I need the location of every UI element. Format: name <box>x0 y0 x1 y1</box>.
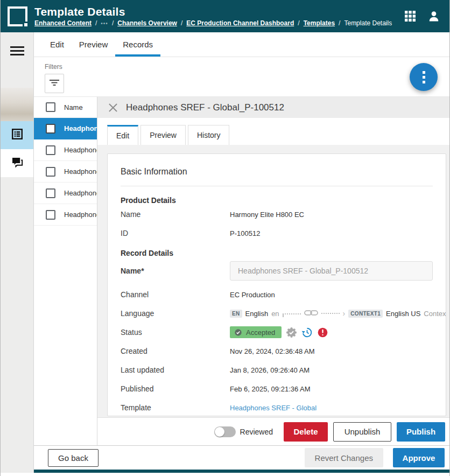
target-context-badge: CONTEXT1 <box>348 310 383 318</box>
record-details-heading: Record Details <box>121 249 433 257</box>
go-back-button[interactable]: Go back <box>48 449 99 467</box>
delete-button[interactable]: Delete <box>284 422 328 442</box>
filter-button[interactable] <box>45 74 64 93</box>
record-name-label: Name* <box>121 267 230 275</box>
breadcrumb-link-templates[interactable]: Templates <box>304 19 335 27</box>
record-name-input[interactable] <box>230 261 433 281</box>
record-tab-history[interactable]: History <box>188 125 230 145</box>
product-id-label: ID <box>121 229 230 237</box>
product-details-heading: Product Details <box>121 196 433 205</box>
filters-row: Filters <box>34 57 449 97</box>
connector-line <box>321 313 340 314</box>
reviewed-toggle[interactable] <box>214 426 236 437</box>
filter-icon <box>48 78 60 89</box>
template-label: Template <box>121 403 230 412</box>
template-tabs: Edit Preview Records <box>34 32 449 57</box>
row-name: Headphones SREF - Global_P-100512 <box>64 124 97 132</box>
record-tab-preview[interactable]: Preview <box>140 125 186 145</box>
template-link[interactable]: Headphones SREF - Global <box>230 404 317 412</box>
rail-item-records[interactable] <box>1 121 33 149</box>
history-icon[interactable] <box>301 327 313 338</box>
product-name-value: Harmony Elite H800 EC <box>230 211 433 219</box>
channel-value: EC Production <box>230 291 433 299</box>
row-name: Headphones SREF - Global_P-100512 <box>64 189 97 197</box>
record-detail-panel: Headphones SREF - Global_P-100512 Edit P… <box>97 97 449 445</box>
certified-seal-icon[interactable] <box>286 327 297 338</box>
revert-changes-button[interactable]: Revert Changes <box>305 448 383 467</box>
page-title: Template Details <box>34 5 397 18</box>
records-list-icon <box>11 128 24 143</box>
hamburger-menu-icon[interactable] <box>10 46 24 58</box>
list-item[interactable]: Headphones SREF - Global_P-100512 <box>34 118 97 139</box>
unpublish-button[interactable]: Unpublish <box>333 422 391 442</box>
close-icon[interactable] <box>108 103 118 113</box>
row-checkbox[interactable] <box>46 167 55 177</box>
row-name: Headphones SREF - Global_P-100512 <box>64 211 97 219</box>
records-list-header: Name <box>34 97 97 118</box>
record-detail-header: Headphones SREF - Global_P-100512 <box>97 97 449 118</box>
publish-button[interactable]: Publish <box>397 422 445 442</box>
status-badge: Accepted <box>230 326 282 338</box>
product-name-label: Name <box>121 210 230 219</box>
filters-label: Filters <box>45 63 62 71</box>
apps-grid-icon[interactable] <box>403 9 417 23</box>
brand-logo-icon <box>8 6 27 26</box>
published-value: Feb 6, 2025, 09:21:36 AM <box>230 385 433 393</box>
breadcrumb-collapsed-ellipsis[interactable]: ••• <box>101 20 108 26</box>
tab-records[interactable]: Records <box>115 32 160 57</box>
more-actions-fab[interactable] <box>410 63 438 91</box>
basic-information-card: Basic Information Product Details Name H… <box>107 153 446 416</box>
created-value: Nov 26, 2024, 02:36:48 AM <box>230 347 433 355</box>
app-window: Template Details Enhanced Content / ••• … <box>0 0 450 476</box>
connector-line <box>283 313 301 317</box>
top-header: Template Details Enhanced Content / ••• … <box>1 0 449 32</box>
records-list: Name Headphones SREF - Global_P-100512 H… <box>34 97 97 445</box>
reviewed-label: Reviewed <box>240 428 273 436</box>
row-checkbox[interactable] <box>46 188 55 198</box>
record-action-bar: Reviewed Delete Unpublish Publish <box>97 417 449 445</box>
breadcrumb-link-channels-overview[interactable]: Channels Overview <box>117 19 177 27</box>
breadcrumb-link-enhanced-content[interactable]: Enhanced Content <box>34 19 92 27</box>
record-title: Headphones SREF - Global_P-100512 <box>126 102 284 113</box>
row-checkbox[interactable] <box>46 210 55 220</box>
list-item[interactable]: Headphones SREF - Global_P-100512 <box>34 139 97 161</box>
tab-preview[interactable]: Preview <box>72 32 115 57</box>
approve-button[interactable]: Approve <box>393 448 445 467</box>
list-item[interactable]: Headphones SREF - Global_P-100512 <box>34 183 97 204</box>
breadcrumb-link-ec-production-channel-dashboard[interactable]: EC Production Channel Dashboard <box>186 19 294 27</box>
kebab-menu-icon <box>423 71 425 74</box>
product-id-value: P-100512 <box>230 229 433 237</box>
user-account-icon[interactable] <box>427 9 441 23</box>
row-name: Headphones SREF - Global_P-100512 <box>64 167 97 176</box>
tab-edit[interactable]: Edit <box>43 32 72 57</box>
rail-background-image <box>1 88 33 121</box>
select-all-checkbox[interactable] <box>46 102 55 112</box>
created-label: Created <box>121 347 230 355</box>
target-context-name: Context1 <box>424 310 446 318</box>
row-checkbox[interactable] <box>46 124 55 134</box>
left-rail <box>1 32 34 473</box>
rail-item-comments[interactable] <box>1 149 33 177</box>
link-icon <box>304 309 318 318</box>
breadcrumb: Enhanced Content / ••• / Channels Overvi… <box>34 19 397 27</box>
page-footer: Go back Revert Changes Approve <box>34 445 449 470</box>
list-item[interactable]: Headphones SREF - Global_P-100512 <box>34 204 97 226</box>
row-name: Headphones SREF - Global_P-100512 <box>64 146 97 154</box>
source-language-name: English <box>245 310 269 318</box>
target-language-name: English US <box>386 310 420 318</box>
language-label: Language <box>121 309 230 318</box>
connector-arrow-icon: › <box>343 310 346 317</box>
row-checkbox[interactable] <box>46 145 55 155</box>
record-detail-tabs: Edit Preview History <box>97 118 449 145</box>
channel-label: Channel <box>121 290 230 299</box>
source-language-badge: EN <box>230 310 242 318</box>
bottom-accent-strip <box>34 470 449 473</box>
record-tab-edit[interactable]: Edit <box>107 125 138 145</box>
breadcrumb-current: Template Details <box>344 19 392 27</box>
chat-bubbles-icon <box>11 156 24 171</box>
section-title: Basic Information <box>121 167 433 177</box>
list-item[interactable]: Headphones SREF - Global_P-100512 <box>34 161 97 183</box>
name-column-header: Name <box>64 103 83 111</box>
error-icon[interactable] <box>317 327 328 338</box>
last-updated-value: Jan 8, 2026, 09:26:40 AM <box>230 366 433 374</box>
